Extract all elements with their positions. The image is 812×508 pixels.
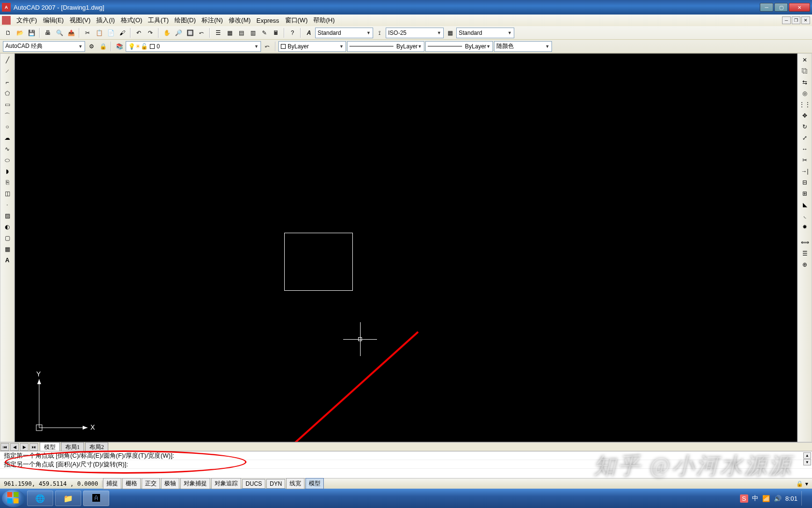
copy-icon[interactable]: 📋 bbox=[94, 28, 104, 38]
grid-toggle[interactable]: 栅格 bbox=[122, 478, 141, 489]
ime-lang-icon[interactable]: 中 bbox=[752, 494, 758, 503]
move-tool-icon[interactable]: ✥ bbox=[799, 110, 811, 121]
menu-insert[interactable]: 插入(I) bbox=[93, 15, 117, 26]
textstyle-combo[interactable]: Standard▼ bbox=[315, 28, 373, 38]
tab-last-button[interactable]: ⏭ bbox=[29, 443, 38, 451]
mtext-tool-icon[interactable]: A bbox=[1, 255, 13, 266]
textstyle-icon[interactable]: A bbox=[304, 28, 314, 38]
mdi-close-button[interactable]: ✕ bbox=[801, 16, 810, 24]
polygon-tool-icon[interactable]: ⬠ bbox=[1, 88, 13, 99]
markup-icon[interactable]: ✎ bbox=[259, 28, 270, 38]
sheetset-icon[interactable]: ▥ bbox=[247, 28, 258, 38]
new-icon[interactable]: 🗋 bbox=[3, 28, 14, 38]
mirror-tool-icon[interactable]: ⇆ bbox=[799, 77, 811, 88]
mdi-restore-button[interactable]: ❐ bbox=[792, 16, 800, 24]
mdi-minimize-button[interactable]: ─ bbox=[782, 16, 791, 24]
scale-tool-icon[interactable]: ⤢ bbox=[799, 133, 811, 143]
tab-layout1[interactable]: 布局1 bbox=[61, 442, 84, 452]
menu-format[interactable]: 格式(O) bbox=[118, 15, 145, 26]
toolpalette-icon[interactable]: ▤ bbox=[236, 28, 246, 38]
zoom-win-icon[interactable]: 🔲 bbox=[185, 28, 195, 38]
line-tool-icon[interactable]: ╱ bbox=[1, 55, 13, 65]
zoom-prev-icon[interactable]: ⤺ bbox=[196, 28, 207, 38]
ellipsearc-tool-icon[interactable]: ◗ bbox=[1, 166, 13, 177]
color-combo[interactable]: ByLayer▼ bbox=[278, 41, 346, 52]
close-button[interactable]: ✕ bbox=[789, 3, 810, 12]
menu-draw[interactable]: 绘图(D) bbox=[172, 15, 199, 26]
polar-toggle[interactable]: 极轴 bbox=[161, 478, 179, 489]
menu-dimension[interactable]: 标注(N) bbox=[199, 15, 226, 26]
gradient-tool-icon[interactable]: ◐ bbox=[1, 222, 13, 232]
zoom-rt-icon[interactable]: 🔎 bbox=[173, 28, 184, 38]
taskbar-item-2[interactable]: 📁 bbox=[55, 491, 81, 506]
otrack-toggle[interactable]: 对象追踪 bbox=[211, 478, 241, 489]
paste-icon[interactable]: 📄 bbox=[105, 28, 116, 38]
menu-help[interactable]: 帮助(H) bbox=[310, 15, 337, 26]
publish-icon[interactable]: 📤 bbox=[66, 28, 76, 38]
save-icon[interactable]: 💾 bbox=[26, 28, 37, 38]
table-tool-icon[interactable]: ▦ bbox=[1, 244, 13, 254]
cmd-scroll-up-button[interactable]: ▲ bbox=[803, 452, 811, 459]
copy-tool-icon[interactable]: ⿻ bbox=[799, 66, 811, 76]
tab-layout2[interactable]: 布局2 bbox=[85, 442, 108, 452]
tray-lock-icon[interactable]: 🔒 bbox=[796, 480, 803, 487]
locate-tool-icon[interactable]: ⊕ bbox=[799, 259, 811, 270]
minimize-button[interactable]: ─ bbox=[760, 3, 773, 12]
dimstyle-combo[interactable]: ISO-25▼ bbox=[386, 28, 444, 38]
xline-tool-icon[interactable]: ⟋ bbox=[1, 66, 13, 76]
join-tool-icon[interactable]: ⊞ bbox=[799, 188, 811, 199]
revcloud-tool-icon[interactable]: ☁ bbox=[1, 133, 13, 143]
circle-tool-icon[interactable]: ○ bbox=[1, 121, 13, 132]
makeblock-tool-icon[interactable]: ◫ bbox=[1, 188, 13, 199]
spline-tool-icon[interactable]: ∿ bbox=[1, 144, 13, 154]
rectangle-tool-icon[interactable]: ▭ bbox=[1, 99, 13, 110]
menu-view[interactable]: 视图(V) bbox=[67, 15, 93, 26]
stretch-tool-icon[interactable]: ↔ bbox=[799, 144, 811, 154]
open-icon[interactable]: 📂 bbox=[14, 28, 25, 38]
maximize-button[interactable]: ▢ bbox=[774, 3, 788, 12]
tablestyle-icon[interactable]: ▦ bbox=[445, 28, 455, 38]
menu-window[interactable]: 窗口(W) bbox=[282, 15, 311, 26]
taskbar-item-autocad[interactable]: 🅰 bbox=[83, 491, 109, 506]
drawing-canvas[interactable]: X Y bbox=[14, 53, 798, 442]
menu-edit[interactable]: 编辑(E) bbox=[40, 15, 67, 26]
volume-icon[interactable]: 🔊 bbox=[774, 495, 782, 502]
calc-icon[interactable]: 🖩 bbox=[271, 28, 281, 38]
osnap-toggle[interactable]: 对象捕捉 bbox=[180, 478, 210, 489]
undo-icon[interactable]: ↶ bbox=[133, 28, 144, 38]
plotstyle-combo[interactable]: 随颜色▼ bbox=[494, 41, 552, 52]
chamfer-tool-icon[interactable]: ◣ bbox=[799, 199, 811, 210]
snap-toggle[interactable]: 捕捉 bbox=[103, 478, 121, 489]
start-button[interactable] bbox=[2, 490, 25, 507]
help-icon[interactable]: ? bbox=[287, 28, 298, 38]
menu-file[interactable]: 文件(F) bbox=[14, 15, 40, 26]
workspace-settings-icon[interactable]: ⚙ bbox=[86, 41, 97, 52]
region-tool-icon[interactable]: ▢ bbox=[1, 233, 13, 243]
pan-icon[interactable]: ✋ bbox=[161, 28, 172, 38]
designcenter-icon[interactable]: ▦ bbox=[224, 28, 235, 38]
explode-tool-icon[interactable]: ✸ bbox=[799, 222, 811, 232]
linetype-combo[interactable]: ByLayer▼ bbox=[347, 41, 424, 52]
lwt-toggle[interactable]: 线宽 bbox=[286, 478, 304, 489]
list-tool-icon[interactable]: ☰ bbox=[799, 248, 811, 259]
print-icon[interactable]: 🖶 bbox=[43, 28, 53, 38]
insertblock-tool-icon[interactable]: ⎘ bbox=[1, 177, 13, 188]
break-tool-icon[interactable]: ⊟ bbox=[799, 177, 811, 188]
tab-next-button[interactable]: ▶ bbox=[20, 443, 29, 451]
offset-tool-icon[interactable]: ◎ bbox=[799, 88, 811, 99]
menu-modify[interactable]: 修改(M) bbox=[226, 15, 254, 26]
cmd-scroll-down-button[interactable]: ▼ bbox=[803, 459, 811, 465]
rotate-tool-icon[interactable]: ↻ bbox=[799, 121, 811, 132]
preview-icon[interactable]: 🔍 bbox=[54, 28, 65, 38]
distance-tool-icon[interactable]: ⟺ bbox=[799, 237, 811, 248]
cut-icon[interactable]: ✂ bbox=[82, 28, 93, 38]
fillet-tool-icon[interactable]: ◟ bbox=[799, 210, 811, 221]
dyn-toggle[interactable]: DYN bbox=[266, 479, 285, 489]
menu-tools[interactable]: 工具(T) bbox=[145, 15, 172, 26]
ime-indicator[interactable]: S bbox=[740, 494, 748, 503]
trim-tool-icon[interactable]: ✂ bbox=[799, 155, 811, 165]
tray-grip-icon[interactable]: ▾ bbox=[805, 480, 808, 487]
matchprop-icon[interactable]: 🖌 bbox=[117, 28, 128, 38]
command-input-row[interactable] bbox=[0, 469, 812, 478]
array-tool-icon[interactable]: ⋮⋮ bbox=[799, 99, 811, 110]
